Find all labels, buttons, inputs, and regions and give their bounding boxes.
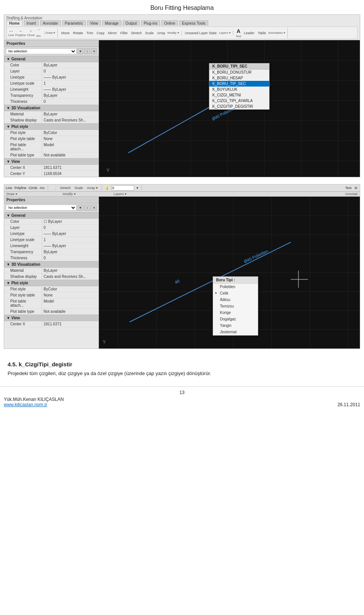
prop-icon-btn-4[interactable]: ▼ — [77, 205, 83, 211]
prop-row-pttype-1[interactable]: Plot table type Not available — [4, 152, 99, 158]
tab-annotate[interactable]: Annotate — [40, 20, 61, 26]
tb2-polyline[interactable]: Polyline — [14, 186, 27, 190]
layers-group: Unsaved Layer State Layers ▾ — [184, 31, 233, 35]
ctx-item-sec[interactable]: K_BORU_TIP_SEC — [209, 81, 269, 87]
tab-manage[interactable]: Manage — [102, 20, 121, 26]
prop-selection-dropdown-1[interactable]: No selection — [6, 48, 77, 54]
ctx-item-cizgitip[interactable]: K_CIZGITIP_DEGISTIR — [209, 104, 269, 109]
tab-view[interactable]: View — [87, 20, 101, 26]
boru-tipi-jeotermal[interactable]: Jeotermal — [213, 329, 258, 335]
array-button[interactable]: Array — [156, 31, 166, 35]
prop-row-ptattach-2[interactable]: Plot table attach... Model — [4, 298, 99, 309]
boru-tipi-temizsu[interactable]: Temizsu — [213, 303, 258, 309]
prop-row-cx-1[interactable]: Center X 1811.6371 — [4, 165, 99, 171]
copy-button[interactable]: Copy — [96, 31, 106, 35]
prop-row-thickness-2[interactable]: Thickness 0 — [4, 255, 99, 261]
prop-row-lscale-2[interactable]: Linetype scale 1 — [4, 237, 99, 243]
prop-key-cx-2: Center X — [4, 321, 42, 327]
properties-panel-2: Properties No selection ▼ ↕ ✕ ▼General C… — [4, 197, 99, 348]
prop-row-shadow-2[interactable]: Shadow display Casts and Receives Sh... — [4, 274, 99, 280]
ctx-item-cizgi-tipi[interactable]: K_CIZGI_TIPI_AYARLA — [209, 98, 269, 104]
fillet-button[interactable]: Fillet — [119, 31, 129, 35]
circle-button[interactable]: ○ — [29, 29, 33, 33]
prop-row-pstable-1[interactable]: Plot style table None — [4, 136, 99, 142]
rotate-button[interactable]: Rotate — [72, 31, 85, 35]
footer-link[interactable]: www.kilicaslan.nom.tr — [4, 402, 47, 407]
prop-row-pstyle-2[interactable]: Plot style ByColor — [4, 286, 99, 292]
prop-row-linetype-1[interactable]: Linetype —— ByLayer — [4, 74, 99, 80]
prop-row-pstable-2[interactable]: Plot style table None — [4, 292, 99, 298]
text-button[interactable]: A — [235, 28, 242, 35]
boru-tipi-dogalgaz[interactable]: Dogalgaz — [213, 316, 258, 322]
layers-input[interactable] — [111, 185, 134, 191]
tb2-circle[interactable]: Circle — [29, 186, 38, 190]
tab-online[interactable]: Online — [162, 20, 178, 26]
stretch-button[interactable]: Stretch — [130, 31, 143, 35]
acad-main-2: Properties No selection ▼ ↕ ✕ ▼General C… — [4, 197, 360, 348]
tb2-scale-btn[interactable]: ⬜ — [51, 186, 57, 190]
prop-row-material-1[interactable]: Material ByLayer — [4, 111, 99, 117]
tb2-layers-arrow[interactable]: ▾ — [136, 186, 138, 190]
arc-button[interactable]: ⌒ — [36, 28, 42, 34]
prop-row-cy-1[interactable]: Center Y 1168.6534 — [4, 171, 99, 177]
boru-tipi-korige[interactable]: Korige — [213, 309, 258, 316]
prop-icon-btn-6[interactable]: ✕ — [91, 205, 97, 211]
tab-parametric[interactable]: Parametric — [62, 20, 86, 26]
prop-row-pttype-2[interactable]: Plot table type Not available — [4, 309, 99, 315]
prop-row-linetype-2[interactable]: Linetype —— ByLayer — [4, 231, 99, 237]
boru-tipi-polietilen[interactable]: Polietilen — [213, 284, 258, 290]
tb2-line[interactable]: Line — [6, 186, 12, 190]
tab-insert[interactable]: Insert — [24, 20, 39, 26]
tab-output[interactable]: Output — [123, 20, 140, 26]
table-button[interactable]: Table — [257, 31, 267, 35]
ctx-item-donustur[interactable]: K_BORU_DONUSTUR — [209, 69, 269, 75]
prop-row-transparency-1[interactable]: Transparency ByLayer — [4, 93, 99, 99]
ctx-item-cizgi-metni[interactable]: K_CIZGI_METNI — [209, 92, 269, 98]
prop-row-ptattach-1[interactable]: Plot table attach... Model — [4, 142, 99, 152]
trim-button[interactable]: Trim — [85, 31, 94, 35]
prop-row-layer-2[interactable]: Layer 0 — [4, 225, 99, 231]
acad-canvas-2: 40 Ø40 Polietilen Boru Tipi : Polietilen… — [99, 197, 360, 348]
prop-row-cx-2[interactable]: Center X 1811.6371 — [4, 321, 99, 327]
prop-key-color: Color — [4, 62, 42, 68]
mirror-button[interactable]: Mirror — [107, 31, 118, 35]
prop-row-transparency-2[interactable]: Transparency ByLayer — [4, 249, 99, 255]
prop-val-lscale-2: 1 — [42, 237, 99, 243]
prop-icon-btn-2[interactable]: ↕ — [84, 48, 90, 54]
tab-express[interactable]: Express Tools — [179, 20, 208, 26]
polyline-button[interactable]: ↔ — [18, 29, 24, 33]
scale-button[interactable]: Scale — [144, 31, 155, 35]
prop-row-material-2[interactable]: Material ByLayer — [4, 268, 99, 274]
ctx-item-hesap[interactable]: K_BORU_HESAP — [209, 75, 269, 81]
prop-row-shadow-1[interactable]: Shadow display Casts and Receives Sh... — [4, 117, 99, 123]
prop-row-layer-1[interactable]: Layer 0 — [4, 68, 99, 74]
tab-plugins[interactable]: Plug-ins — [141, 20, 160, 26]
prop-icon-btn-3[interactable]: ✕ — [91, 48, 97, 54]
boru-tipi-celik[interactable]: Celik — [213, 290, 258, 296]
prop-row-color-1[interactable]: Color ByLayer — [4, 62, 99, 68]
circle-label: Circle — [27, 33, 35, 37]
prop-icon-btn-1[interactable]: ▼ — [77, 48, 83, 54]
tab-home[interactable]: Home — [6, 20, 22, 26]
prop-row-lweight-1[interactable]: Lineweight —— ByLayer — [4, 87, 99, 93]
tb2-array-btn[interactable]: Array ▾ — [86, 186, 99, 190]
prop-val-pstable: None — [42, 136, 99, 142]
prop-selection-dropdown-2[interactable]: No selection — [6, 205, 77, 211]
prop-row-color-2[interactable]: Color ☐ ByLayer — [4, 219, 99, 225]
move-button[interactable]: Move — [60, 31, 71, 35]
prop-icon-btn-5[interactable]: ↕ — [84, 205, 90, 211]
prop-row-pstyle-1[interactable]: Plot style ByColor — [4, 130, 99, 136]
boru-tipi-atiksu[interactable]: Atiksu — [213, 296, 258, 303]
prop-row-lweight-2[interactable]: Lineweight —— ByLayer — [4, 243, 99, 249]
boru-tipi-yangin[interactable]: Yangin — [213, 322, 258, 329]
prop-row-thickness-1[interactable]: Thickness 0 — [4, 99, 99, 105]
ctx-item-buyukluk[interactable]: K_BUYUKLUK — [209, 87, 269, 92]
line-button[interactable]: — — [8, 29, 14, 33]
prop-row-lscale-1[interactable]: Linetype scale 1 — [4, 80, 99, 87]
tb2-table-grid-btn[interactable]: ⊞ — [354, 186, 358, 190]
layers-state-button[interactable]: Unsaved Layer State — [184, 31, 218, 35]
tb2-arc[interactable]: Arc — [40, 186, 45, 190]
leader-button[interactable]: Leader — [243, 31, 256, 35]
tb2-scale2-btn[interactable]: Scale — [74, 186, 84, 190]
tb2-stretch-btn[interactable]: Stretch — [59, 186, 72, 190]
